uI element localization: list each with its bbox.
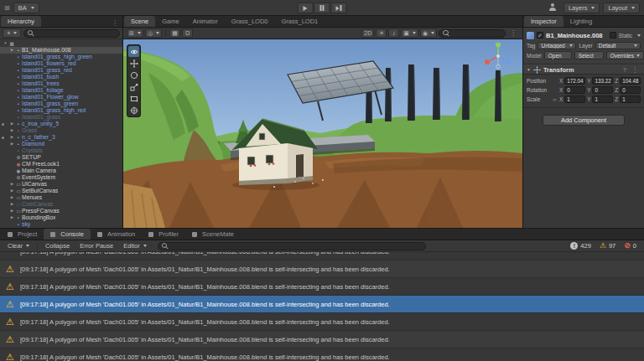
z-value-field[interactable]: 1 [620, 95, 641, 103]
expand-arrow-icon[interactable]: ▼ [3, 40, 8, 47]
grid-visibility-button[interactable]: ▦ [169, 28, 180, 38]
view-tab[interactable]: Animator [186, 16, 225, 27]
editor-dropdown-button[interactable]: Editor [119, 241, 151, 251]
hierarchy-item[interactable]: ▶ ▭ ComCanvas [0, 201, 122, 208]
console-log-entry[interactable]: ⚠ [09:17:18] A polygon of Mesh 'Dach01.0… [0, 313, 644, 331]
tool-settings-dropdown[interactable]: ⊞ [127, 28, 143, 38]
view-tab[interactable]: Grass_LOD0 [225, 16, 275, 27]
hierarchy-item[interactable]: ⚙ SETUP [0, 154, 122, 161]
layout-dropdown-button[interactable]: Layout [603, 3, 640, 13]
z-value-field[interactable]: 0 [620, 86, 641, 94]
scene-effects-dropdown[interactable]: ▣ [401, 28, 418, 38]
console-log-entry[interactable]: ⚠ [09:17:18] A polygon of Mesh 'Dach01.0… [0, 252, 644, 260]
x-value-field[interactable]: 172.04 [564, 77, 585, 85]
hierarchy-item[interactable]: ▪ Island01_grass_high_green [0, 54, 122, 60]
pause-button[interactable] [314, 3, 330, 13]
error-count-toggle[interactable]: ⊘0 [620, 242, 641, 250]
scene-search-input[interactable] [452, 30, 501, 36]
error-pause-button[interactable]: Error Pause [75, 241, 117, 251]
hierarchy-item[interactable]: ▶ ▭ PressFCanvas [0, 208, 122, 214]
hierarchy-item[interactable]: ▪ Island01_foliage [0, 87, 122, 94]
console-search[interactable] [158, 242, 426, 250]
panel-menu-icon[interactable]: ⋮ [109, 19, 121, 27]
model-action-button[interactable]: Select [574, 51, 604, 59]
view-tab[interactable]: Grass_LOD1 [275, 16, 325, 27]
hierarchy-item[interactable]: ◉ CM FreeLook1 [0, 161, 122, 168]
hierarchy-item[interactable]: ▪ Island01_grass_high_red [0, 107, 122, 114]
hierarchy-item[interactable]: ▼ ▦ [0, 40, 122, 47]
expand-arrow-icon[interactable]: ▶ [9, 121, 15, 127]
visibility-toggle-icon[interactable] [2, 137, 4, 139]
static-checkbox[interactable] [610, 32, 616, 39]
hierarchy-item[interactable]: ⚙ EventSystem [0, 174, 122, 181]
z-value-field[interactable]: 104.48 [620, 77, 641, 85]
hierarchy-item[interactable]: ▪ Island01_Flower_glow [0, 94, 122, 101]
visibility-toggle-icon[interactable] [2, 123, 4, 126]
scene-canvas[interactable] [123, 39, 522, 228]
component-menu-icon[interactable]: ⋮ [629, 66, 641, 74]
console-log-entry[interactable]: ⚠ [09:17:18] A polygon of Mesh 'Dach01.0… [0, 278, 644, 296]
clear-button[interactable]: Clear [3, 241, 34, 251]
y-value-field[interactable]: 0 [592, 86, 613, 94]
console-log-entry[interactable]: ⚠ [09:17:18] A polygon of Mesh 'Dach01.0… [0, 348, 644, 361]
hierarchy-item[interactable]: ▶ ▪ n_c_father_3 [0, 134, 122, 141]
hierarchy-item[interactable]: ▪ Island01_grass_green [0, 101, 122, 107]
console-log-entry[interactable]: ⚠ [09:17:18] A polygon of Mesh 'Dach01.0… [0, 260, 644, 278]
add-component-button[interactable]: Add Component [543, 115, 625, 126]
account-dropdown-button[interactable]: BA [13, 3, 39, 13]
2d-toggle-button[interactable]: 2D [361, 28, 374, 38]
transform-component-header[interactable]: ▼ Transform ? ⋮ [523, 64, 644, 75]
scene-search[interactable] [439, 29, 506, 38]
hierarchy-item[interactable]: ▶ ▪ BoundingBox [0, 214, 122, 221]
account-avatar-icon[interactable] [548, 3, 557, 12]
expand-arrow-icon[interactable]: ▶ [9, 208, 15, 214]
x-value-field[interactable]: 0 [564, 86, 585, 94]
expand-arrow-icon[interactable]: ▶ [9, 47, 15, 54]
x-value-field[interactable]: 1 [564, 95, 585, 103]
scene-viewport[interactable] [123, 39, 522, 228]
hierarchy-item[interactable]: ▪ sky [0, 221, 122, 228]
tag-dropdown[interactable]: Untagged [538, 42, 576, 49]
y-value-field[interactable]: 133.22 [592, 77, 613, 85]
hierarchy-item[interactable]: ▪ Crystals [0, 147, 122, 154]
expand-arrow-icon[interactable]: ▶ [9, 194, 15, 201]
hierarchy-item[interactable]: ▪ Island01_bush [0, 74, 122, 80]
static-dropdown-icon[interactable] [637, 34, 641, 37]
active-checkbox[interactable] [537, 32, 543, 39]
hierarchy-item[interactable]: ▶ ▭ SetButCanvas [0, 188, 122, 194]
bottom-tab[interactable]: Animation [91, 229, 142, 240]
scene-camera-dropdown[interactable]: ◉ [420, 28, 437, 38]
help-icon[interactable]: ? [623, 67, 626, 73]
console-search-input[interactable] [171, 243, 422, 249]
hierarchy-item[interactable]: ▪ Island01_flowers_red [0, 60, 122, 67]
y-value-field[interactable]: 1 [592, 95, 613, 103]
hierarchy-item[interactable]: ▶ ▪ c_lroa_unity_5 [0, 121, 122, 127]
rotate-tool-button[interactable] [128, 70, 139, 80]
hierarchy-item[interactable]: ▶ ▪ Diamond [0, 141, 122, 147]
hierarchy-search-input[interactable] [37, 30, 116, 36]
hierarchy-item[interactable]: ▶ ▪ Grass [0, 127, 122, 134]
create-object-button[interactable]: + [3, 28, 21, 38]
hierarchy-item[interactable]: ◉ Main Camera [0, 168, 122, 174]
expand-arrow-icon[interactable]: ▶ [9, 201, 15, 208]
bottom-tab[interactable]: SceneMate [185, 229, 241, 240]
pivot-orientation-dropdown[interactable]: ◎ [145, 28, 162, 38]
rect-tool-button[interactable] [128, 93, 139, 104]
expand-arrow-icon[interactable]: ▶ [9, 134, 15, 141]
expand-arrow-icon[interactable]: ▶ [9, 188, 15, 194]
console-log-entry[interactable]: ⚠ [09:17:18] A polygon of Mesh 'Dach01.0… [0, 296, 644, 313]
foldout-arrow-icon[interactable]: ▼ [527, 67, 531, 72]
bottom-tab[interactable]: Project [1, 229, 44, 240]
info-count-toggle[interactable]: !429 [566, 242, 595, 250]
expand-arrow-icon[interactable]: ▶ [9, 141, 15, 147]
bottom-tab[interactable]: Profiler [142, 229, 185, 240]
tab-hierarchy[interactable]: Hierarchy [1, 16, 41, 27]
model-action-button[interactable]: Overrides [606, 51, 644, 59]
scene-menu-icon[interactable]: ⋮ [507, 29, 519, 37]
step-button[interactable] [331, 3, 347, 13]
transform-tool-button[interactable] [128, 105, 139, 116]
snap-settings-button[interactable]: Ω [182, 28, 193, 38]
scale-link-icon[interactable]: ∞ [552, 97, 558, 102]
layer-dropdown[interactable]: Default [595, 42, 641, 49]
scene-audio-button[interactable]: ♪ [388, 28, 399, 38]
